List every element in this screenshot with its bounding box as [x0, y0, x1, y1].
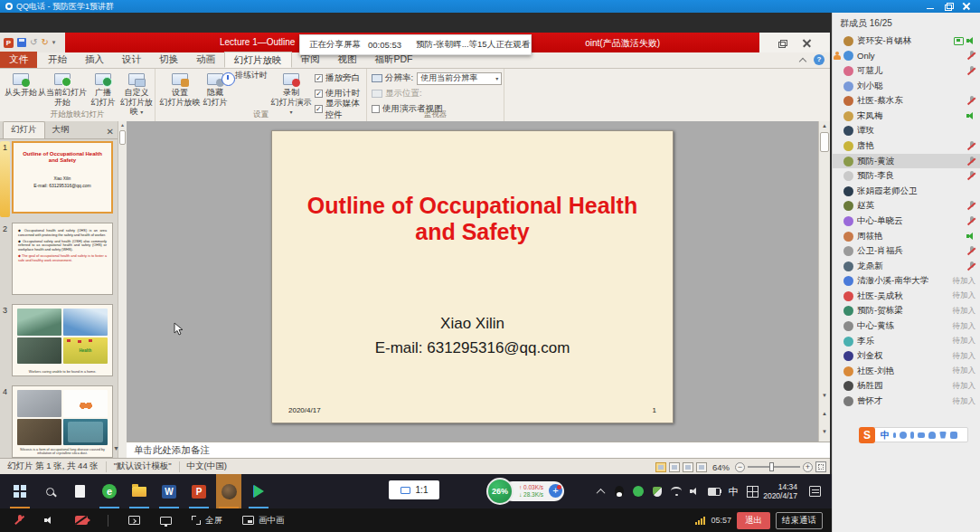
qq-penguin-icon[interactable]: [612, 484, 627, 499]
start-icon[interactable]: [7, 474, 33, 508]
powerpoint-logo-icon[interactable]: P: [4, 38, 14, 48]
from-current-slide-button[interactable]: 从当前幻灯片 开始: [38, 71, 87, 107]
tencent-video-icon[interactable]: [246, 474, 271, 508]
ime-keyboard-icon[interactable]: [918, 432, 925, 438]
minimize-icon[interactable]: [926, 2, 935, 11]
member-row[interactable]: 社医-蔡水东: [833, 93, 980, 109]
undo-icon[interactable]: ↺: [30, 38, 37, 47]
browser-e-icon[interactable]: e: [97, 474, 122, 508]
close-icon[interactable]: [962, 2, 971, 11]
ribbon-tab-2[interactable]: 插入: [76, 52, 113, 68]
normal-view-icon[interactable]: [655, 462, 666, 472]
member-row[interactable]: 社医-刘艳待加入: [833, 364, 980, 379]
search-icon[interactable]: [37, 474, 62, 508]
scrollbar-thumb[interactable]: [820, 132, 829, 152]
save-icon[interactable]: [17, 38, 26, 47]
member-row[interactable]: 周筱艳: [833, 229, 980, 244]
camera-muted-button[interactable]: [75, 516, 88, 525]
exit-button[interactable]: 退出: [737, 512, 770, 529]
ribbon-tab-6[interactable]: 幻灯片放映: [224, 52, 292, 68]
slide-thumbnail-2[interactable]: 2 ◆ Occupational health and safety (OHS)…: [0, 223, 118, 300]
ime-apostrophe-icon[interactable]: [893, 432, 896, 438]
present-screen-button[interactable]: [160, 517, 172, 525]
setup-slideshow-button[interactable]: 设置 幻灯片放映: [159, 71, 201, 107]
tab-slides[interactable]: 幻灯片: [3, 121, 45, 138]
ime-mode-indicator[interactable]: 中: [881, 428, 890, 442]
member-row[interactable]: 宋凤梅: [833, 109, 980, 124]
file-explorer-icon[interactable]: [127, 474, 152, 508]
previous-slide-icon[interactable]: ▲: [819, 410, 830, 418]
notes-pane[interactable]: 单击此处添加备注: [127, 442, 830, 458]
fit-to-window-icon[interactable]: [815, 461, 826, 472]
ppt-restore-icon[interactable]: [778, 39, 787, 47]
member-row[interactable]: 李乐待加入: [833, 334, 980, 349]
zoom-out-icon[interactable]: −: [735, 462, 745, 472]
mic-muted-button[interactable]: [14, 515, 24, 526]
member-row[interactable]: 唐艳: [833, 138, 980, 154]
member-row[interactable]: 清澈小溪-南华大学待加入: [833, 274, 980, 290]
thumbnail-scrollbar[interactable]: ▲: [118, 121, 127, 458]
checkbox-icon[interactable]: ✓: [315, 74, 323, 82]
zoom-slider[interactable]: [748, 466, 800, 468]
member-row[interactable]: 公卫-肖福兵: [833, 243, 980, 259]
sogou-logo-icon[interactable]: S: [859, 427, 875, 443]
member-row[interactable]: 预防-黄波: [833, 154, 980, 169]
reading-view-icon[interactable]: [683, 462, 693, 472]
language-label[interactable]: 中文(中国): [180, 461, 234, 472]
restore-icon[interactable]: [944, 2, 953, 11]
taskbar-clock[interactable]: 14:34 2020/4/17: [763, 474, 797, 508]
slide-page[interactable]: Outline of Occupational Health and Safet…: [271, 130, 674, 423]
slide-thumbnail-1[interactable]: 1 Outline of Occupational Health and Saf…: [0, 141, 118, 219]
member-row[interactable]: 刘小聪: [833, 79, 980, 94]
screen-share-status-bar[interactable]: 正在分享屏幕 00:05:53 预防-张朝晖...等15人正在观看: [299, 34, 532, 55]
ribbon-tab-3[interactable]: 设计: [113, 52, 150, 68]
360-safe-icon[interactable]: [631, 484, 645, 499]
from-beginning-button[interactable]: 从头开始: [4, 71, 38, 98]
scroll-up-icon[interactable]: ▲: [118, 122, 127, 128]
volume-button[interactable]: [44, 515, 55, 526]
scroll-down-icon[interactable]: ▼: [819, 392, 830, 400]
checkbox-icon[interactable]: ✓: [315, 90, 323, 98]
document-icon[interactable]: [67, 474, 92, 508]
ime-zh-icon[interactable]: 中: [726, 484, 740, 499]
collapse-ribbon-icon[interactable]: [799, 56, 806, 63]
qat-dropdown-icon[interactable]: ▾: [52, 39, 56, 46]
volume-icon[interactable]: [688, 484, 702, 499]
powerpoint-icon[interactable]: P: [186, 474, 212, 508]
slide-sorter-view-icon[interactable]: [669, 462, 680, 472]
vertical-scrollbar[interactable]: ▲ ▼ ▲ ▼: [818, 121, 830, 442]
battery-icon[interactable]: [707, 484, 721, 499]
help-icon[interactable]: ?: [814, 54, 825, 65]
close-panel-icon[interactable]: ✕: [107, 127, 114, 138]
slide-thumbnail-3[interactable]: 3 Health Workers caring unable to be fou…: [0, 304, 118, 382]
member-row[interactable]: 社医-吴成秋待加入: [833, 289, 980, 304]
defender-shield-icon[interactable]: [650, 484, 664, 499]
member-row[interactable]: 赵英: [833, 199, 980, 214]
ime-skin-icon[interactable]: [939, 432, 947, 439]
pip-button[interactable]: 画中画: [242, 515, 285, 527]
scrollbar-thumb[interactable]: [119, 130, 126, 145]
ribbon-tab-4[interactable]: 切换: [150, 52, 187, 68]
accelerate-icon[interactable]: +: [549, 484, 562, 498]
qq-icon[interactable]: [216, 474, 241, 508]
member-row[interactable]: 龙鼎新: [833, 259, 980, 274]
ime-toolbar[interactable]: S 中: [860, 427, 968, 442]
memory-usage-ball[interactable]: 26%: [486, 478, 514, 505]
ppt-close-icon[interactable]: [803, 39, 811, 47]
ime-person-icon[interactable]: [928, 432, 936, 439]
ime-grid-icon[interactable]: [950, 432, 957, 439]
wifi-icon[interactable]: [669, 484, 683, 499]
end-call-button[interactable]: 结束通话: [776, 512, 823, 529]
ribbon-tab-0[interactable]: 文件: [0, 52, 37, 68]
slideshow-view-icon[interactable]: [696, 462, 707, 472]
fullscreen-button[interactable]: 全屏: [192, 515, 222, 527]
zoom-slider-thumb[interactable]: [769, 462, 774, 471]
broadcast-slideshow-button[interactable]: 广播 幻灯片: [87, 71, 119, 107]
redo-icon[interactable]: ↻: [41, 38, 48, 47]
member-row[interactable]: 曾怀才待加入: [833, 394, 980, 409]
member-row[interactable]: 谭玫: [833, 124, 980, 139]
member-row[interactable]: 预防-李良: [833, 168, 980, 184]
chevron-up-icon[interactable]: [593, 484, 608, 499]
member-row[interactable]: 预防-贺栋梁待加入: [833, 304, 980, 319]
resolution-dropdown[interactable]: 使用当前分辨率▾: [417, 72, 502, 85]
